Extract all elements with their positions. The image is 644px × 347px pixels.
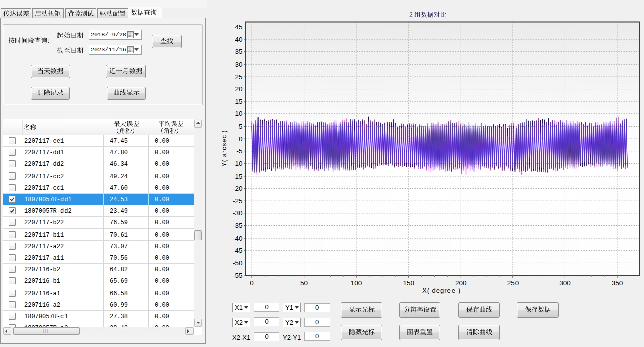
svg-text:10: 10 bbox=[235, 110, 242, 118]
svg-text:0: 0 bbox=[250, 279, 254, 287]
svg-text:15: 15 bbox=[235, 98, 242, 105]
svg-text:-30: -30 bbox=[233, 209, 243, 217]
svg-text:-45: -45 bbox=[233, 247, 243, 254]
svg-text:0: 0 bbox=[239, 135, 243, 143]
svg-text:30: 30 bbox=[235, 61, 242, 68]
svg-text:-20: -20 bbox=[233, 185, 243, 192]
svg-text:350: 350 bbox=[612, 279, 623, 287]
svg-text:45: 45 bbox=[235, 23, 242, 31]
svg-text:40: 40 bbox=[235, 36, 242, 43]
svg-text:250: 250 bbox=[507, 279, 519, 287]
svg-text:X( degree ): X( degree ) bbox=[422, 286, 461, 294]
svg-text:200: 200 bbox=[455, 279, 467, 287]
svg-text:-15: -15 bbox=[233, 172, 243, 180]
svg-text:100: 100 bbox=[351, 279, 362, 287]
svg-text:-5: -5 bbox=[236, 147, 242, 155]
svg-text:-25: -25 bbox=[233, 197, 243, 205]
svg-text:-10: -10 bbox=[233, 160, 243, 167]
svg-text:150: 150 bbox=[403, 279, 414, 287]
svg-text:5: 5 bbox=[239, 123, 243, 130]
svg-text:300: 300 bbox=[559, 279, 571, 287]
svg-text:25: 25 bbox=[235, 73, 242, 81]
svg-text:-50: -50 bbox=[233, 259, 243, 267]
svg-text:35: 35 bbox=[235, 48, 242, 55]
svg-text:20: 20 bbox=[235, 85, 242, 93]
svg-text:-35: -35 bbox=[233, 222, 243, 229]
svg-text:-55: -55 bbox=[233, 272, 243, 279]
svg-text:-40: -40 bbox=[233, 235, 243, 242]
svg-text:50: 50 bbox=[300, 279, 308, 287]
svg-text:Y( arcsec ): Y( arcsec ) bbox=[220, 130, 228, 167]
